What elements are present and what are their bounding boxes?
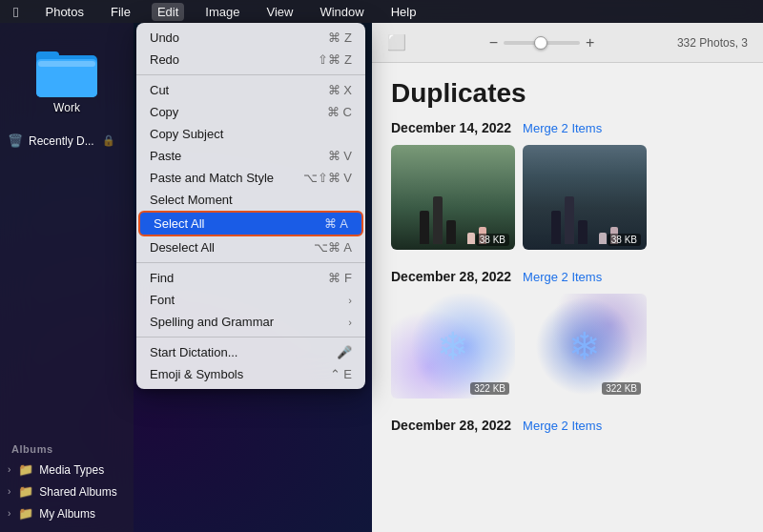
redo-shortcut: ⇧⌘ Z xyxy=(318,52,352,67)
find-shortcut: ⌘ F xyxy=(328,271,352,285)
menu-redo[interactable]: Redo ⇧⌘ Z xyxy=(136,49,365,71)
menu-copy-subject[interactable]: Copy Subject xyxy=(136,123,365,145)
spelling-label: Spelling and Grammar xyxy=(150,315,274,329)
photo-row-1: 38 KB 38 KB xyxy=(391,145,744,250)
menu-find[interactable]: Find ⌘ F xyxy=(136,267,365,289)
merge-link-2[interactable]: Merge 2 Items xyxy=(523,270,602,284)
menu-copy[interactable]: Copy ⌘ C xyxy=(136,101,365,123)
menubar-view[interactable]: View xyxy=(260,3,299,21)
zoom-slider[interactable] xyxy=(504,41,580,45)
spelling-arrow-icon: › xyxy=(348,317,352,328)
menu-undo[interactable]: Undo ⌘ Z xyxy=(136,27,365,49)
menu-paste-match[interactable]: Paste and Match Style ⌥⇧⌘ V xyxy=(136,167,365,189)
font-arrow-icon: › xyxy=(348,295,352,306)
media-types-icon: 📁 xyxy=(18,462,33,477)
deselect-all-label: Deselect All xyxy=(150,240,215,255)
paste-match-label: Paste and Match Style xyxy=(150,171,274,185)
undo-shortcut: ⌘ Z xyxy=(328,31,352,45)
find-label: Find xyxy=(150,271,174,285)
sidebar: Work 🗑️ Recently D... 🔒 Albums › 📁 Media… xyxy=(0,23,134,532)
lock-icon: 🔒 xyxy=(102,134,115,147)
bar-3 xyxy=(446,220,456,244)
sidebar-item-media-types[interactable]: › 📁 Media Types xyxy=(0,459,134,481)
dictation-icon: 🎤 xyxy=(337,345,352,359)
menu-paste[interactable]: Paste ⌘ V xyxy=(136,145,365,167)
recently-deleted-label: Recently D... xyxy=(29,134,94,148)
menu-select-moment[interactable]: Select Moment xyxy=(136,189,365,211)
paste-shortcut: ⌘ V xyxy=(328,149,352,163)
select-all-label: Select All xyxy=(154,216,204,231)
merge-link-3[interactable]: Merge 2 Items xyxy=(523,419,602,433)
merge-link-1[interactable]: Merge 2 Items xyxy=(523,121,602,135)
section-date-2: December 28, 2022 xyxy=(391,269,511,284)
photo-size-1b: 38 KB xyxy=(608,234,641,246)
shared-albums-icon: 📁 xyxy=(18,484,33,499)
bar-1 xyxy=(420,211,429,244)
zoom-slider-thumb[interactable] xyxy=(534,36,547,50)
zoom-slider-container: − + xyxy=(489,34,595,51)
menu-dictation[interactable]: Start Dictation... 🎤 xyxy=(136,341,365,363)
menu-emoji[interactable]: Emoji & Symbols ⌃ E xyxy=(136,363,365,385)
cut-shortcut: ⌘ X xyxy=(328,83,352,97)
content-body: Duplicates December 14, 2022 Merge 2 Ite… xyxy=(372,63,763,532)
photo-thumb-1b: 38 KB xyxy=(523,145,647,250)
menubar-edit[interactable]: Edit xyxy=(152,3,184,21)
sidebar-item-shared-albums[interactable]: › 📁 Shared Albums xyxy=(0,481,134,502)
menubar-photos[interactable]: Photos xyxy=(39,3,89,21)
bar-d2 xyxy=(565,196,574,244)
undo-label: Undo xyxy=(150,31,179,45)
copy-label: Copy xyxy=(150,105,178,119)
select-moment-label: Select Moment xyxy=(150,193,233,207)
bar-2 xyxy=(433,196,443,244)
select-all-shortcut: ⌘ A xyxy=(324,216,348,231)
my-albums-icon: 📁 xyxy=(18,506,33,521)
emoji-label: Emoji & Symbols xyxy=(150,367,243,381)
copy-shortcut: ⌘ C xyxy=(327,105,352,119)
zoom-out-icon[interactable]: − xyxy=(489,34,498,51)
crop-icon: ⬜ xyxy=(387,33,406,51)
sidebar-albums-section: Albums › 📁 Media Types › 📁 Shared Albums… xyxy=(0,432,134,532)
menu-spelling-grammar[interactable]: Spelling and Grammar › xyxy=(136,311,365,333)
menu-font[interactable]: Font › xyxy=(136,289,365,311)
snowflake-thumb-2b: ❄ 322 KB xyxy=(523,294,647,399)
media-types-label: Media Types xyxy=(39,463,104,477)
menubar-help[interactable]: Help xyxy=(385,3,423,21)
toolbar: ⬜ − + 332 Photos, 3 xyxy=(372,23,763,63)
zoom-in-icon[interactable]: + xyxy=(586,34,594,51)
bar-d3 xyxy=(578,220,588,244)
menubar-image[interactable]: Image xyxy=(199,3,245,21)
work-folder-label: Work xyxy=(53,101,80,114)
menu-cut[interactable]: Cut ⌘ X xyxy=(136,79,365,101)
page-title: Duplicates xyxy=(391,78,744,109)
menubar-file[interactable]: File xyxy=(105,3,136,21)
shared-albums-label: Shared Albums xyxy=(39,485,116,499)
section-date-1: December 14, 2022 xyxy=(391,120,511,135)
section-header-3: December 28, 2022 Merge 2 Items xyxy=(391,418,744,433)
paste-match-shortcut: ⌥⇧⌘ V xyxy=(303,171,352,185)
apple-menu[interactable]:  xyxy=(8,2,24,22)
snowflake-thumb-2a: ❄ 322 KB xyxy=(391,294,515,399)
snowflake-size-2a: 322 KB xyxy=(470,382,509,395)
sidebar-recently-deleted[interactable]: 🗑️ Recently D... 🔒 xyxy=(0,130,134,152)
font-label: Font xyxy=(150,293,175,307)
menu-deselect-all[interactable]: Deselect All ⌥⌘ A xyxy=(136,236,365,258)
photo-size-1a: 38 KB xyxy=(476,234,509,246)
main-content: ⬜ − + 332 Photos, 3 Duplicates December … xyxy=(372,23,763,532)
menu-select-all[interactable]: Select All ⌘ A xyxy=(138,211,363,236)
menubar-window[interactable]: Window xyxy=(314,3,369,21)
cut-label: Cut xyxy=(150,83,169,97)
separator-2 xyxy=(136,262,365,263)
bar-d1 xyxy=(551,211,561,244)
edit-dropdown-menu: Undo ⌘ Z Redo ⇧⌘ Z Cut ⌘ X Copy ⌘ C Copy… xyxy=(136,23,365,389)
sidebar-item-my-albums[interactable]: › 📁 My Albums xyxy=(0,502,134,524)
work-folder[interactable]: Work xyxy=(8,38,126,122)
deselect-all-shortcut: ⌥⌘ A xyxy=(314,240,352,255)
sidebar-middle: 🗑️ Recently D... 🔒 xyxy=(0,122,134,159)
albums-section-title: Albums xyxy=(0,440,134,459)
trash-icon: 🗑️ xyxy=(8,133,23,148)
snowflake-size-2b: 322 KB xyxy=(602,382,641,395)
chevron-icon-my-albums: › xyxy=(8,508,10,519)
paste-label: Paste xyxy=(150,149,181,163)
section-date-3: December 28, 2022 xyxy=(391,418,511,433)
bar-4 xyxy=(467,233,475,244)
